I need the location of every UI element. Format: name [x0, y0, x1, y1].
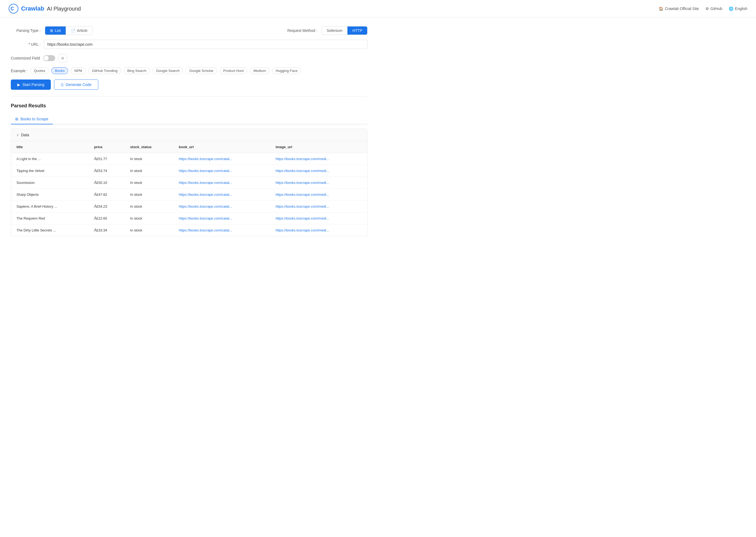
- col-book-url: book_url: [173, 141, 270, 153]
- url-label: * URL :: [11, 42, 41, 47]
- nav-github-label: GitHub: [711, 7, 723, 11]
- cell-book-url-3[interactable]: https://books.toscrape.com/catal...: [173, 189, 270, 201]
- image-url-link-0[interactable]: https://books.toscrape.com/medi...: [276, 157, 329, 161]
- nav-language[interactable]: 🌐 English: [729, 7, 747, 11]
- parsing-type-group: ⊞ List 📄 Article: [45, 26, 93, 35]
- cell-price-1: Â£53.74: [89, 165, 125, 177]
- nav-language-label: English: [735, 7, 747, 11]
- list-icon: ⊞: [50, 28, 53, 33]
- cell-price-3: Â£47.82: [89, 189, 125, 201]
- github-icon: ⚙: [705, 7, 709, 11]
- example-tag-npm[interactable]: NPM: [71, 67, 86, 74]
- cell-price-2: Â£50.10: [89, 177, 125, 189]
- crawlab-logo-icon: C: [9, 4, 19, 14]
- cell-book-url-2[interactable]: https://books.toscrape.com/catal...: [173, 177, 270, 189]
- example-tag-books[interactable]: Books: [51, 67, 68, 74]
- parsing-type-list-btn[interactable]: ⊞ List: [45, 26, 66, 35]
- example-label: Example :: [11, 69, 27, 73]
- cell-title-6: The Dirty Little Secrets ...: [11, 225, 89, 236]
- tabs: ⊞ Books to Scrape: [11, 114, 367, 124]
- cell-title-0: A Light in the ...: [11, 153, 89, 165]
- customized-field-label: Customized Field: [11, 56, 40, 60]
- cell-image-url-3[interactable]: https://books.toscrape.com/medi...: [270, 189, 367, 201]
- example-tag-hugging-face[interactable]: Hugging Face: [272, 67, 301, 74]
- selenium-label: Selenium: [327, 28, 342, 33]
- table-row: Sapiens: A Brief History ... Â£54.23 In …: [11, 201, 367, 213]
- tab-books-to-scrape[interactable]: ⊞ Books to Scrape: [11, 114, 53, 124]
- cell-stock-status-2: In stock: [125, 177, 173, 189]
- form-section: Parsing Type : ⊞ List 📄 Article Request …: [11, 26, 367, 90]
- data-container: ∨ Data title price stock_status book_url…: [11, 129, 367, 236]
- book-url-link-0[interactable]: https://books.toscrape.com/catal...: [179, 157, 232, 161]
- parsing-type-article-btn[interactable]: 📄 Article: [66, 26, 93, 35]
- table-row: A Light in the ... Â£51.77 In stock http…: [11, 153, 367, 165]
- cell-book-url-4[interactable]: https://books.toscrape.com/catal...: [173, 201, 270, 213]
- cell-image-url-0[interactable]: https://books.toscrape.com/medi...: [270, 153, 367, 165]
- request-method-group: Selenium HTTP: [321, 26, 367, 35]
- cell-title-3: Sharp Objects: [11, 189, 89, 201]
- image-url-link-2[interactable]: https://books.toscrape.com/medi...: [276, 181, 329, 185]
- data-header-label: Data: [21, 133, 29, 137]
- cell-stock-status-4: In stock: [125, 201, 173, 213]
- image-url-link-3[interactable]: https://books.toscrape.com/medi...: [276, 192, 329, 196]
- table-row: The Requiem Red Â£22.65 In stock https:/…: [11, 213, 367, 225]
- nav-official-site[interactable]: 🏠 Crawlab Official Site: [659, 7, 699, 11]
- book-url-link-2[interactable]: https://books.toscrape.com/catal...: [179, 181, 232, 185]
- example-tag-quotes[interactable]: Quotes: [30, 67, 49, 74]
- cell-image-url-1[interactable]: https://books.toscrape.com/medi...: [270, 165, 367, 177]
- parsing-type-article-label: Article: [77, 28, 88, 33]
- image-url-link-4[interactable]: https://books.toscrape.com/medi...: [276, 204, 329, 208]
- request-method-section: Request Method : Selenium HTTP: [287, 26, 367, 35]
- cell-price-0: Â£51.77: [89, 153, 125, 165]
- cell-price-5: Â£22.65: [89, 213, 125, 225]
- request-method-http-btn[interactable]: HTTP: [348, 26, 367, 35]
- customized-field-toggle[interactable]: [43, 55, 55, 61]
- cell-image-url-5[interactable]: https://books.toscrape.com/medi...: [270, 213, 367, 225]
- data-header[interactable]: ∨ Data: [11, 129, 367, 141]
- divider: [11, 96, 367, 97]
- example-tag-bing-search[interactable]: Bing Search: [124, 67, 150, 74]
- nav-official-site-label: Crawlab Official Site: [665, 7, 699, 11]
- cell-image-url-2[interactable]: https://books.toscrape.com/medi...: [270, 177, 367, 189]
- book-url-link-1[interactable]: https://books.toscrape.com/catal...: [179, 169, 232, 173]
- request-method-selenium-btn[interactable]: Selenium: [322, 26, 348, 35]
- cell-book-url-0[interactable]: https://books.toscrape.com/catal...: [173, 153, 270, 165]
- url-input[interactable]: [44, 40, 367, 49]
- cell-image-url-6[interactable]: https://books.toscrape.com/medi...: [270, 225, 367, 236]
- start-parsing-button[interactable]: ▶ Start Parsing: [11, 79, 51, 90]
- top-form-row: Parsing Type : ⊞ List 📄 Article Request …: [11, 26, 367, 35]
- example-tag-google-scholar[interactable]: Google Scholar: [186, 67, 217, 74]
- cell-book-url-5[interactable]: https://books.toscrape.com/catal...: [173, 213, 270, 225]
- cell-book-url-6[interactable]: https://books.toscrape.com/catal...: [173, 225, 270, 236]
- cell-price-4: Â£54.23: [89, 201, 125, 213]
- nav-github[interactable]: ⚙ GitHub: [705, 7, 723, 11]
- book-url-link-3[interactable]: https://books.toscrape.com/catal...: [179, 192, 232, 196]
- cell-book-url-1[interactable]: https://books.toscrape.com/catal...: [173, 165, 270, 177]
- cell-stock-status-3: In stock: [125, 189, 173, 201]
- image-url-link-6[interactable]: https://books.toscrape.com/medi...: [276, 228, 329, 232]
- col-title: title: [11, 141, 89, 153]
- article-icon: 📄: [71, 28, 75, 33]
- cell-image-url-4[interactable]: https://books.toscrape.com/medi...: [270, 201, 367, 213]
- home-icon: 🏠: [659, 7, 663, 11]
- book-url-link-5[interactable]: https://books.toscrape.com/catal...: [179, 216, 232, 220]
- book-url-link-4[interactable]: https://books.toscrape.com/catal...: [179, 204, 232, 208]
- cell-stock-status-6: In stock: [125, 225, 173, 236]
- logo-subtitle: AI Playground: [47, 6, 81, 12]
- example-tag-medium[interactable]: Medium: [250, 67, 269, 74]
- play-icon: ▶: [17, 82, 20, 87]
- cell-title-5: The Requiem Red: [11, 213, 89, 225]
- customized-field-row: Customized Field ⚙: [11, 54, 367, 62]
- example-tag-github-trending[interactable]: GitHub Trending: [88, 67, 121, 74]
- header-nav: 🏠 Crawlab Official Site ⚙ GitHub 🌐 Engli…: [659, 7, 747, 11]
- start-parsing-label: Start Parsing: [22, 82, 44, 87]
- example-tag-product-hunt[interactable]: Product Hunt: [220, 67, 247, 74]
- image-url-link-1[interactable]: https://books.toscrape.com/medi...: [276, 169, 329, 173]
- table-row: The Dirty Little Secrets ... Â£33.34 In …: [11, 225, 367, 236]
- book-url-link-6[interactable]: https://books.toscrape.com/catal...: [179, 228, 232, 232]
- image-url-link-5[interactable]: https://books.toscrape.com/medi...: [276, 216, 329, 220]
- gear-button[interactable]: ⚙: [58, 54, 67, 62]
- example-tag-google-search[interactable]: Google Search: [153, 67, 183, 74]
- generate-code-button[interactable]: ⟨⟩ Generate Code: [54, 79, 98, 90]
- gear-icon: ⚙: [61, 56, 64, 60]
